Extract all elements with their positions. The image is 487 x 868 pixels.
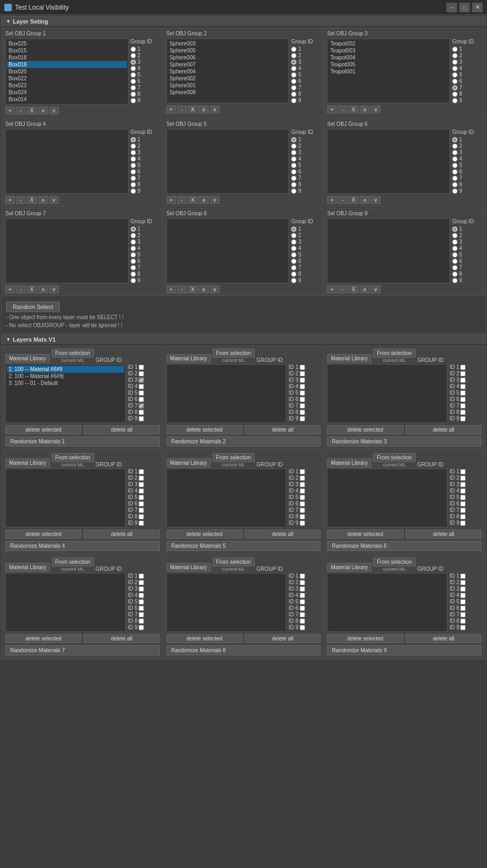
radio-8-1[interactable] — [291, 227, 296, 232]
delete-selected-btn-7[interactable]: delete selected — [5, 634, 81, 643]
radio-6-3[interactable] — [452, 150, 458, 155]
radio-4-6[interactable] — [131, 169, 136, 175]
radio-4-3[interactable] — [131, 150, 136, 155]
mat-id-cb-9-5[interactable] — [460, 599, 466, 605]
mat-id-cb-1-7[interactable] — [139, 403, 144, 409]
radio-6-8[interactable] — [452, 182, 458, 187]
mat-list-item[interactable]: 3: 100 -- 01 - Default — [7, 380, 124, 387]
radio-7-1[interactable] — [131, 227, 136, 232]
mat-id-cb-7-6[interactable] — [139, 606, 144, 611]
mat-id-cb-6-7[interactable] — [460, 508, 466, 513]
delete-all-btn-5[interactable]: delete all — [245, 530, 321, 539]
maximize-button[interactable]: □ — [459, 3, 470, 12]
up-btn-5[interactable]: ∧ — [199, 196, 209, 204]
randomize-btn-7[interactable]: Randomize Materials 7 — [5, 645, 160, 655]
mat-lib-btn-1[interactable]: Material Library — [5, 354, 50, 363]
radio-7-6[interactable] — [131, 259, 136, 264]
from-sel-btn-3[interactable]: From selection — [373, 349, 416, 358]
obj-item[interactable]: Teapot001 — [329, 68, 448, 75]
delete-all-btn-1[interactable]: delete all — [83, 425, 159, 434]
obj-list-9[interactable] — [327, 218, 450, 283]
radio-1-7[interactable] — [131, 85, 136, 90]
add-btn-8[interactable]: + — [166, 285, 176, 293]
mat-id-cb-3-3[interactable] — [460, 378, 466, 383]
randomize-btn-5[interactable]: Randomize Materials 5 — [166, 541, 321, 551]
up-btn-9[interactable]: ∧ — [360, 285, 370, 293]
mat-id-cb-7-7[interactable] — [139, 612, 144, 617]
radio-3-7[interactable] — [452, 85, 458, 90]
obj-list-8[interactable] — [166, 218, 290, 283]
mat-id-cb-6-8[interactable] — [460, 514, 466, 519]
radio-3-2[interactable] — [452, 53, 458, 58]
mat-lib-btn-7[interactable]: Material Library — [5, 563, 50, 572]
mat-id-cb-9-4[interactable] — [460, 593, 466, 598]
randomize-btn-1[interactable]: Randomize Materials 1 — [5, 436, 160, 447]
radio-4-7[interactable] — [131, 176, 136, 181]
mat-list-3[interactable] — [327, 364, 447, 423]
mat-id-cb-5-6[interactable] — [300, 501, 305, 507]
clear-btn-3[interactable]: X — [348, 105, 359, 114]
mat-list-8[interactable] — [166, 573, 287, 632]
obj-item[interactable]: Box018 — [7, 54, 127, 61]
mat-id-cb-2-1[interactable] — [300, 365, 305, 370]
obj-item[interactable]: Sphere007 — [168, 61, 288, 68]
mat-id-cb-3-6[interactable] — [460, 397, 466, 402]
mat-id-cb-2-8[interactable] — [300, 410, 305, 415]
radio-8-3[interactable] — [291, 239, 296, 245]
radio-9-2[interactable] — [452, 233, 458, 238]
obj-list-2[interactable]: Sphere003Sphere005Sphere006Sphere007Sphe… — [166, 39, 290, 103]
radio-9-8[interactable] — [452, 271, 458, 277]
delete-all-btn-6[interactable]: delete all — [406, 530, 482, 539]
mat-id-cb-4-7[interactable] — [139, 508, 144, 513]
mat-list-6[interactable] — [327, 469, 447, 527]
mat-id-cb-8-5[interactable] — [300, 599, 305, 605]
mat-id-cb-4-6[interactable] — [139, 501, 144, 507]
radio-2-8[interactable] — [291, 92, 296, 97]
add-btn-5[interactable]: + — [166, 196, 176, 204]
obj-list-3[interactable]: Teapot002Teapot003Teapot004Teapot005Teap… — [327, 39, 450, 103]
obj-list-1[interactable]: Box025Box015Box018Box019Box020Box022Box0… — [5, 39, 128, 104]
from-sel-btn-7[interactable]: From selection — [51, 557, 94, 567]
mat-id-cb-7-2[interactable] — [139, 580, 144, 585]
radio-1-5[interactable] — [131, 72, 136, 78]
clear-btn-1[interactable]: X — [27, 107, 37, 115]
mat-id-cb-2-4[interactable] — [300, 384, 305, 389]
radio-2-6[interactable] — [291, 79, 296, 84]
radio-4-5[interactable] — [131, 163, 136, 168]
radio-3-9[interactable] — [452, 98, 458, 103]
radio-1-3[interactable] — [131, 59, 136, 65]
delete-selected-btn-9[interactable]: delete selected — [327, 634, 403, 643]
mat-id-cb-8-1[interactable] — [300, 573, 305, 579]
radio-5-1[interactable] — [291, 137, 296, 142]
mat-id-cb-8-4[interactable] — [300, 593, 305, 598]
obj-item[interactable]: Box019 — [7, 61, 127, 68]
mat-id-cb-7-8[interactable] — [139, 618, 144, 624]
mat-id-cb-9-2[interactable] — [460, 580, 466, 585]
mat-id-cb-6-9[interactable] — [460, 520, 466, 526]
delete-selected-btn-6[interactable]: delete selected — [327, 530, 403, 539]
radio-1-2[interactable] — [131, 53, 136, 58]
radio-5-4[interactable] — [291, 156, 296, 162]
obj-item[interactable]: Box024 — [7, 89, 127, 96]
radio-5-2[interactable] — [291, 144, 296, 149]
mat-id-cb-2-2[interactable] — [300, 371, 305, 376]
radio-3-3[interactable] — [452, 59, 458, 65]
radio-9-6[interactable] — [452, 259, 458, 264]
mat-list-2[interactable] — [166, 364, 287, 423]
down-btn-1[interactable]: v — [49, 107, 59, 115]
mat-id-cb-8-7[interactable] — [300, 612, 305, 617]
mat-id-cb-5-7[interactable] — [300, 508, 305, 513]
mat-id-cb-7-9[interactable] — [139, 625, 144, 630]
obj-item[interactable]: Sphere002 — [168, 75, 288, 82]
mat-id-cb-9-8[interactable] — [460, 618, 466, 624]
radio-9-9[interactable] — [452, 278, 458, 283]
add-btn-9[interactable]: + — [327, 285, 337, 293]
mat-id-cb-4-4[interactable] — [139, 488, 144, 494]
radio-5-9[interactable] — [291, 188, 296, 194]
radio-3-5[interactable] — [452, 72, 458, 78]
mat-id-cb-8-8[interactable] — [300, 618, 305, 624]
clear-btn-9[interactable]: X — [348, 285, 359, 293]
mat-id-cb-8-6[interactable] — [300, 606, 305, 611]
remove-btn-7[interactable]: - — [16, 285, 26, 293]
random-select-button[interactable]: Random Select — [6, 301, 60, 312]
